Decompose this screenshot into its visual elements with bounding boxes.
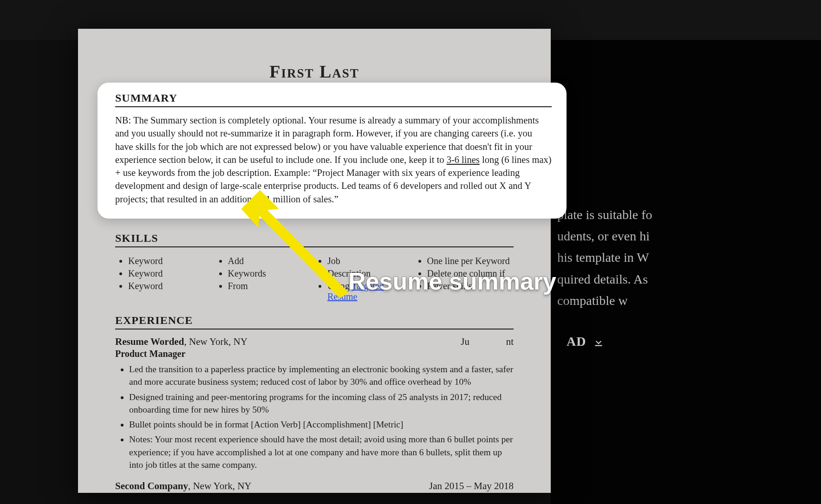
resume-name: First Last bbox=[115, 61, 514, 82]
list-item: From bbox=[228, 281, 315, 291]
job-2-header: Second Company, New York, NY Jan 2015 – … bbox=[115, 480, 514, 492]
summary-heading: SUMMARY bbox=[115, 92, 552, 107]
list-item: Job bbox=[327, 256, 414, 266]
list-item: Keyword bbox=[128, 281, 215, 291]
skills-col-1: Keyword Keyword Keyword bbox=[115, 254, 215, 304]
job-1-dates: Ju nt bbox=[461, 336, 514, 348]
summary-highlight-card: SUMMARY NB: The Summary section is compl… bbox=[98, 83, 567, 219]
list-item: Led the transition to a paperless practi… bbox=[129, 363, 514, 388]
list-item: Keywords bbox=[228, 268, 315, 279]
job-2-location: New York, NY bbox=[193, 480, 251, 491]
job-1-header: Resume Worded, New York, NY Ju nt bbox=[115, 336, 514, 348]
job-2-dates: Jan 2015 – May 2018 bbox=[429, 480, 514, 492]
list-item: Bullet points should be in format [Actio… bbox=[129, 418, 514, 431]
list-item: Keyword bbox=[128, 256, 215, 266]
skills-col-2: Add Keywords From bbox=[215, 254, 315, 304]
list-item: Keyword bbox=[128, 268, 215, 279]
download-icon bbox=[593, 336, 605, 348]
job-1-company: Resume Worded bbox=[115, 336, 184, 347]
list-item: Designed training and peer-mentoring pro… bbox=[129, 391, 514, 416]
summary-underlined: 3-6 lines bbox=[447, 155, 480, 165]
skills-heading: SKILLS bbox=[115, 232, 514, 247]
experience-heading: EXPERIENCE bbox=[115, 314, 514, 330]
download-label-fragment: AD bbox=[567, 334, 586, 349]
job-1-bullets: Led the transition to a paperless practi… bbox=[115, 363, 514, 471]
job-1-location: New York, NY bbox=[189, 336, 248, 347]
background-side-text: plate is suitable fo udents, or even hi … bbox=[557, 204, 652, 311]
download-button-fragment[interactable]: AD bbox=[567, 334, 605, 349]
summary-body: NB: The Summary section is completely op… bbox=[115, 114, 552, 206]
job-2-company: Second Company bbox=[115, 480, 188, 491]
list-item: Add bbox=[228, 256, 315, 266]
list-item: One line per Keyword bbox=[427, 256, 514, 266]
annotation-label: Resume summary bbox=[348, 267, 556, 295]
list-item: Notes: Your most recent experience shoul… bbox=[129, 433, 514, 471]
job-1-role: Product Manager bbox=[115, 349, 514, 359]
